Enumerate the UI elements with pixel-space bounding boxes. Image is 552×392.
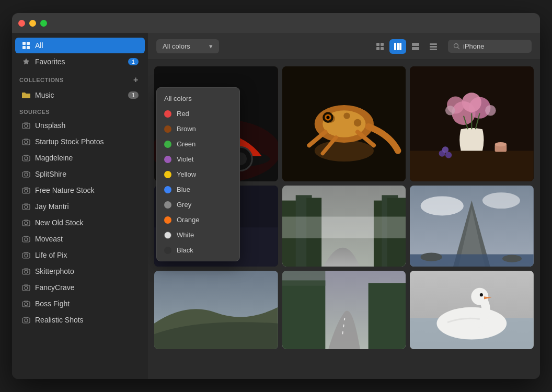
color-option-red[interactable]: Red — [157, 106, 239, 121]
svg-point-7 — [25, 141, 28, 144]
svg-point-57 — [354, 119, 361, 126]
main-content: All colors ▾ — [148, 33, 540, 379]
close-button[interactable] — [18, 20, 25, 27]
color-option-all[interactable]: All colors — [157, 91, 239, 106]
svg-point-19 — [25, 238, 28, 241]
svg-point-29 — [25, 319, 28, 322]
grey-dot — [164, 201, 171, 209]
star-icon — [21, 57, 31, 66]
sidebar-item-favorites[interactable]: Favorites 1 — [15, 54, 145, 70]
music-badge: 1 — [128, 91, 139, 99]
yellow-label: Yellow — [177, 170, 196, 178]
sidebar-item-life-of-pix[interactable]: Life of Pix — [15, 247, 145, 263]
skitterphoto-label: Skitterphoto — [35, 267, 139, 275]
color-option-yellow[interactable]: Yellow — [157, 167, 239, 182]
camera-icon-moveast — [21, 234, 31, 244]
minimize-button[interactable] — [29, 20, 36, 27]
color-option-white[interactable]: White — [157, 227, 239, 243]
blue-label: Blue — [177, 186, 190, 193]
sidebar-item-free-nature-stock[interactable]: Free Nature Stock — [15, 182, 145, 198]
red-label: Red — [177, 110, 189, 118]
photo-cell-road[interactable] — [282, 271, 406, 349]
svg-point-72 — [445, 106, 455, 116]
svg-point-27 — [25, 303, 28, 306]
sidebar-item-music[interactable]: Music 1 — [15, 87, 145, 103]
green-dot — [164, 141, 171, 148]
svg-point-106 — [480, 293, 483, 296]
unsplash-label: Unsplash — [35, 121, 139, 130]
main-window: All Favorites 1 COLLECTIONS + — [12, 13, 540, 379]
svg-rect-31 — [381, 43, 384, 46]
black-dot — [164, 247, 171, 254]
camera-icon-magdeleine — [21, 153, 31, 163]
sidebar-item-fancycrave[interactable]: FancyCrave — [15, 280, 145, 295]
camera-icon-realistic-shots — [21, 315, 31, 325]
sidebar-item-skitterphoto[interactable]: Skitterphoto — [15, 263, 145, 279]
collections-header: COLLECTIONS + — [12, 70, 148, 87]
collections-label: COLLECTIONS — [19, 77, 64, 83]
svg-rect-30 — [376, 43, 380, 46]
favorites-label: Favorites — [35, 57, 124, 66]
violet-label: Violet — [177, 155, 193, 163]
svg-rect-101 — [282, 271, 325, 286]
orange-dot — [164, 216, 171, 224]
orange-label: Orange — [177, 216, 199, 224]
color-option-orange[interactable]: Orange — [157, 212, 239, 227]
sidebar-item-startup-stock[interactable]: Startup Stock Photos — [15, 134, 145, 149]
svg-rect-34 — [394, 43, 396, 50]
svg-rect-100 — [368, 283, 406, 349]
svg-rect-39 — [430, 43, 437, 45]
sidebar-item-all[interactable]: All — [15, 38, 145, 53]
svg-point-60 — [326, 116, 329, 119]
photo-cell-hills[interactable] — [154, 271, 278, 349]
photo-cell-gecko[interactable] — [282, 66, 406, 181]
svg-rect-33 — [381, 47, 384, 50]
boss-fight-label: Boss Fight — [35, 299, 139, 308]
sidebar-item-splitshire[interactable]: SplitShire — [15, 166, 145, 182]
view-btn-small-grid[interactable] — [372, 39, 388, 54]
search-box[interactable] — [448, 40, 532, 53]
svg-rect-2 — [22, 46, 26, 49]
view-btn-medium-grid[interactable] — [389, 39, 406, 54]
sidebar-item-unsplash[interactable]: Unsplash — [15, 118, 145, 133]
photo-cell-mountain[interactable] — [410, 186, 534, 267]
svg-rect-36 — [399, 43, 401, 50]
view-btn-list[interactable] — [425, 39, 442, 54]
view-btn-large-grid[interactable] — [407, 39, 424, 54]
color-dropdown[interactable]: All colors ▾ — [156, 39, 219, 53]
grid-icon — [21, 41, 31, 50]
svg-point-93 — [482, 192, 520, 209]
svg-rect-66 — [410, 151, 534, 181]
photo-cell-swan[interactable] — [410, 271, 534, 349]
traffic-lights — [18, 20, 47, 27]
sidebar-item-magdeleine[interactable]: Magdeleine — [15, 150, 145, 166]
search-input[interactable] — [463, 42, 526, 50]
color-option-brown[interactable]: Brown — [157, 121, 239, 136]
content-area: All Favorites 1 COLLECTIONS + — [12, 33, 540, 379]
svg-point-77 — [495, 142, 507, 146]
blue-dot — [164, 186, 171, 193]
white-dot — [164, 232, 171, 239]
sidebar-item-jay-mantri[interactable]: Jay Mantri — [15, 199, 145, 214]
sidebar-item-new-old-stock[interactable]: New Old Stock — [15, 215, 145, 230]
color-option-green[interactable]: Green — [157, 136, 239, 152]
photo-cell-flowers[interactable] — [410, 66, 534, 181]
sidebar-item-realistic-shots[interactable]: Realistic Shots — [15, 312, 145, 328]
color-option-blue[interactable]: Blue — [157, 182, 239, 197]
camera-icon-skitterphoto — [21, 267, 31, 276]
svg-point-56 — [343, 112, 350, 119]
add-collection-button[interactable]: + — [131, 75, 141, 85]
sidebar-item-moveast[interactable]: Moveast — [15, 231, 145, 247]
svg-point-80 — [442, 146, 448, 153]
jay-mantri-label: Jay Mantri — [35, 202, 139, 211]
folder-icon — [21, 90, 31, 100]
color-option-black[interactable]: Black — [157, 243, 239, 258]
maximize-button[interactable] — [40, 20, 47, 27]
svg-point-96 — [502, 255, 522, 262]
photo-cell-forest[interactable] — [282, 186, 406, 267]
sidebar-item-boss-fight[interactable]: Boss Fight — [15, 296, 145, 312]
color-option-grey[interactable]: Grey — [157, 197, 239, 212]
color-option-violet[interactable]: Violet — [157, 152, 239, 167]
svg-point-17 — [25, 222, 28, 225]
svg-rect-38 — [412, 47, 419, 50]
